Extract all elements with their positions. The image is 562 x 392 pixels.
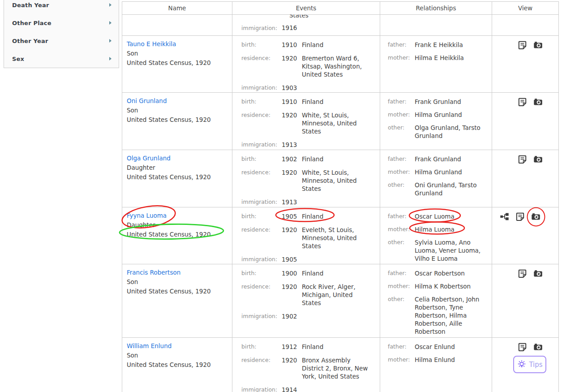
mother-name: Hilma Enlund xyxy=(415,356,492,364)
record-collection: United States Census, 1920 xyxy=(127,360,227,370)
birth-place: Finland xyxy=(302,155,373,163)
father-name: Frank Grunland xyxy=(415,155,492,163)
father-label: father: xyxy=(388,155,415,163)
residence-year: 1920 xyxy=(282,111,302,135)
mother-name: Hilma Grunland xyxy=(415,168,492,176)
table-header-row: Name Events Relationships View xyxy=(122,2,559,15)
column-header-view: View xyxy=(492,2,559,14)
person-name-link[interactable]: Francis Robertson xyxy=(127,268,180,277)
person-name-link[interactable]: Olga Grunland xyxy=(127,154,171,163)
father-label: father: xyxy=(388,98,415,106)
table-row: Francis Robertson Son United States Cens… xyxy=(122,264,559,338)
residence-year: 1920 xyxy=(282,226,302,250)
mother-name: Hilma Luoma xyxy=(415,225,492,233)
birth-label: birth: xyxy=(241,212,282,220)
person-name-link[interactable]: William Enlund xyxy=(127,341,172,351)
immigration-label: immigration: xyxy=(241,386,282,392)
mother-name: Hilma Grunland xyxy=(415,111,492,119)
other-label: other: xyxy=(388,238,415,263)
residence-year: 1920 xyxy=(282,54,302,78)
other-label: other: xyxy=(388,124,415,140)
mother-label: mother: xyxy=(388,356,415,364)
other-names: Celia Robertson, John Robertson, Tyne Ro… xyxy=(415,295,492,336)
camera-icon[interactable] xyxy=(533,269,543,278)
immigration-label: immigration: xyxy=(241,255,282,263)
residence-year: 1920 xyxy=(282,283,302,307)
mother-label: mother: xyxy=(388,54,415,62)
chevron-right-icon xyxy=(109,21,112,25)
other-label: other: xyxy=(388,181,415,197)
immigration-label: immigration: xyxy=(241,25,277,31)
father-label: father: xyxy=(388,269,415,277)
person-relation: Son xyxy=(127,49,227,58)
lightbulb-icon xyxy=(517,360,527,370)
birth-year: 1902 xyxy=(282,155,302,163)
filter-item-label: Other Place xyxy=(12,20,51,26)
name-cell: Fyyna Luoma Daughter United States Censu… xyxy=(122,207,232,264)
document-icon[interactable] xyxy=(518,97,527,107)
father-name: Oscar Luoma xyxy=(415,212,492,220)
person-name-link[interactable]: Fyyna Luoma xyxy=(127,211,167,220)
other-names: Oni Grunland, Tarsto Grunland xyxy=(415,181,492,197)
immigration-year: 1916 xyxy=(282,24,297,31)
birth-year: 1910 xyxy=(282,41,302,49)
view-cell xyxy=(492,150,559,207)
person-name-link[interactable]: Oni Grunland xyxy=(127,96,167,106)
residence-place: Bronx Assembly District 2, Bronx, New Yo… xyxy=(302,356,373,380)
immigration-label: immigration: xyxy=(241,84,282,92)
column-header-events: Events xyxy=(232,2,380,14)
name-cell: Francis Robertson Son United States Cens… xyxy=(122,264,232,337)
document-icon[interactable] xyxy=(518,40,527,50)
camera-icon[interactable] xyxy=(533,342,543,352)
place-overflow-text: States xyxy=(289,15,309,19)
mother-name: Hilma E Heikkila xyxy=(415,54,492,62)
camera-icon[interactable] xyxy=(533,40,543,50)
residence-label: residence: xyxy=(241,283,282,307)
person-relation: Son xyxy=(127,351,227,360)
table-row: Olga Grunland Daughter United States Cen… xyxy=(122,150,559,207)
filter-item-label: Sex xyxy=(12,56,24,62)
camera-icon[interactable] xyxy=(533,97,543,107)
person-name-link[interactable]: Tauno E Heikkila xyxy=(127,39,176,49)
filter-item-other-place[interactable]: Other Place xyxy=(4,14,119,32)
view-cell xyxy=(492,207,559,264)
birth-year: 1910 xyxy=(282,98,302,106)
events-cell: birth:1910Finland residence:1920Bremerto… xyxy=(232,36,380,92)
residence-place: Rock River, Alger, Michigan, United Stat… xyxy=(302,283,373,307)
pedigree-icon[interactable] xyxy=(500,212,509,221)
filter-item-death-year[interactable]: Death Year xyxy=(4,0,119,14)
father-name: Frank Grunland xyxy=(415,98,492,106)
camera-icon[interactable] xyxy=(533,155,543,164)
record-collection: United States Census, 1920 xyxy=(127,287,227,296)
birth-year: 1905 xyxy=(282,212,302,220)
person-relation: Daughter xyxy=(127,163,227,172)
table-row: Oni Grunland Son United States Census, 1… xyxy=(122,93,559,150)
mother-label: mother: xyxy=(388,282,415,290)
tips-button[interactable]: Tips xyxy=(513,356,546,373)
immigration-year: 1913 xyxy=(282,141,302,149)
mother-name: Hilma K Robertson xyxy=(415,282,492,290)
birth-label: birth: xyxy=(241,41,282,49)
residence-label: residence: xyxy=(241,111,282,135)
events-cell: birth:1905Finland residence:1920Eveleth,… xyxy=(232,207,380,264)
filter-item-sex[interactable]: Sex xyxy=(4,50,119,68)
immigration-label: immigration: xyxy=(241,312,282,320)
view-cell xyxy=(492,93,559,150)
relationships-cell: father:Frank Grunland mother:Hilma Grunl… xyxy=(380,93,492,150)
chevron-right-icon xyxy=(109,57,112,60)
relationships-cell: father:Oscar Robertson mother:Hilma K Ro… xyxy=(380,264,492,337)
table-row-partial: States immigration: 1916 xyxy=(122,15,559,36)
father-name: Oscar Robertson xyxy=(415,269,492,277)
person-relation: Son xyxy=(127,106,227,115)
camera-icon[interactable] xyxy=(531,212,541,221)
immigration-year: 1905 xyxy=(282,255,302,263)
filter-item-other-year[interactable]: Other Year xyxy=(4,32,119,50)
name-cell: Tauno E Heikkila Son United States Censu… xyxy=(122,36,232,92)
document-icon[interactable] xyxy=(515,212,525,221)
view-cell xyxy=(492,264,559,337)
document-icon[interactable] xyxy=(518,155,527,164)
document-icon[interactable] xyxy=(518,269,527,278)
mother-label: mother: xyxy=(388,225,415,233)
document-icon[interactable] xyxy=(518,342,527,352)
record-collection: United States Census, 1920 xyxy=(127,230,227,239)
